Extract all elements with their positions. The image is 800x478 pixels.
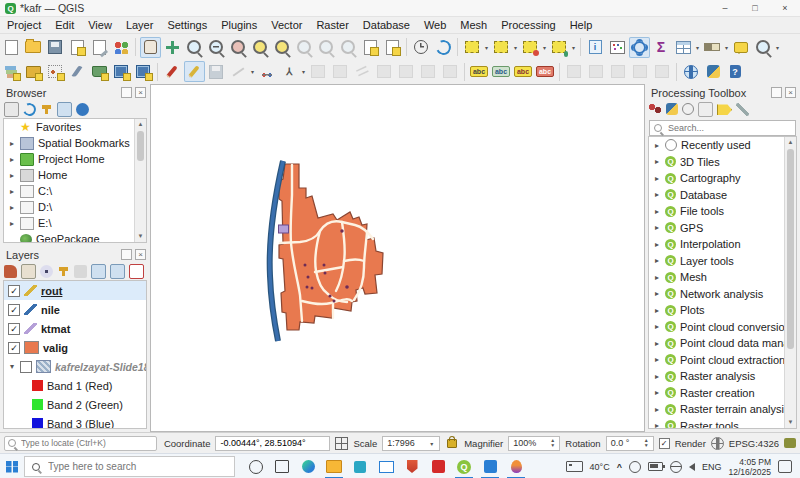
menu-raster[interactable]: Raster (309, 18, 355, 32)
network-globe-icon[interactable] (670, 461, 682, 473)
toolbox-item-database[interactable]: ▸QDatabase (649, 187, 796, 204)
new-print-layout-button[interactable] (67, 37, 88, 58)
browser-item-spatial-bookmarks[interactable]: ▸ Spatial Bookmarks (4, 135, 146, 151)
photos-button[interactable] (477, 454, 503, 478)
band-row-green[interactable]: Band 2 (Green) (4, 395, 146, 414)
zoom-next-button[interactable] (338, 37, 359, 58)
nominatim-locator-button[interactable] (753, 37, 774, 58)
browser-item-favorites[interactable]: ★ Favorites (4, 119, 146, 135)
layer-row-valig[interactable]: ✓ valig (4, 338, 146, 357)
collapse-all-icon[interactable] (57, 102, 72, 117)
toolbox-item-raster-creation[interactable]: ▸QRaster creation (649, 385, 796, 402)
deselect-features-button[interactable] (520, 37, 541, 58)
save-project-button[interactable] (45, 37, 66, 58)
map-themes-eye-icon[interactable] (40, 265, 53, 278)
layer-checkbox[interactable] (20, 361, 32, 373)
scroll-up-icon[interactable]: ▲ (785, 137, 796, 148)
new-3d-map-view-button[interactable] (382, 37, 403, 58)
locator-dropdown[interactable]: ▾ (774, 44, 781, 51)
style-manager-button[interactable] (111, 37, 132, 58)
zoom-in-button[interactable] (184, 37, 205, 58)
language-indicator[interactable]: ENG (702, 462, 722, 472)
magnifier-spinbox[interactable]: 100% ▲▼ (508, 436, 560, 451)
temporal-controller-button[interactable] (411, 37, 432, 58)
select-by-value-button[interactable] (549, 37, 570, 58)
toolbox-item-3d-tiles[interactable]: ▸Q3D Tiles (649, 154, 796, 171)
expand-all-icon[interactable] (91, 264, 106, 279)
browser-item-c-drive[interactable]: ▸ C:\ (4, 183, 146, 199)
edit-in-place-icon[interactable] (717, 102, 732, 117)
store-button[interactable] (347, 454, 373, 478)
tray-expand-chevron[interactable]: ^ (617, 462, 622, 472)
identify-features-button[interactable]: i (585, 37, 606, 58)
highlight-pinned-labels-button[interactable]: abc (535, 61, 556, 82)
locator-input[interactable] (19, 437, 153, 449)
options-wrench-icon[interactable] (736, 103, 749, 116)
temperature-status[interactable]: 40°C (590, 462, 610, 472)
change-label-button[interactable] (608, 61, 629, 82)
toolbox-close-button[interactable]: × (785, 87, 796, 98)
layer-checkbox[interactable]: ✓ (8, 285, 20, 297)
pan-to-selection-button[interactable] (162, 37, 183, 58)
qgis-taskbar-button[interactable]: Q (451, 454, 477, 478)
new-geopackage-button[interactable] (89, 61, 110, 82)
toolbox-search-input[interactable] (666, 122, 791, 134)
close-button[interactable]: × (770, 0, 800, 16)
save-layer-edits-button[interactable] (206, 61, 227, 82)
undo-button[interactable] (418, 61, 439, 82)
collapse-all-layers-icon[interactable] (110, 264, 125, 279)
add-line-feature-button[interactable] (228, 61, 249, 82)
toolbox-item-plots[interactable]: ▸QPlots (649, 302, 796, 319)
zoom-to-selection-button[interactable] (272, 37, 293, 58)
toolbox-item-gps[interactable]: ▸QGPS (649, 220, 796, 237)
browser-scrollbar[interactable]: ▲ ▼ (134, 119, 146, 242)
vertex-editor-button[interactable]: ⅄ (279, 61, 300, 82)
start-button[interactable] (0, 454, 24, 478)
cortana-button[interactable] (243, 454, 269, 478)
toolbox-item-raster-analysis[interactable]: ▸QRaster analysis (649, 368, 796, 385)
add-feature-dropdown[interactable]: ▾ (249, 68, 256, 75)
toggle-editing-button[interactable] (184, 61, 205, 82)
modify-attributes-button[interactable] (308, 61, 329, 82)
zoom-last-button[interactable] (316, 37, 337, 58)
band-row-red[interactable]: Band 1 (Red) (4, 376, 146, 395)
zoom-native-button[interactable] (228, 37, 249, 58)
coordinate-input[interactable] (215, 436, 330, 451)
models-icon[interactable] (649, 103, 662, 116)
map-canvas[interactable] (150, 84, 645, 432)
pan-map-button[interactable] (140, 37, 161, 58)
menu-vector[interactable]: Vector (264, 18, 309, 32)
browser-refresh-icon[interactable] (21, 101, 38, 118)
refresh-map-button[interactable] (433, 37, 454, 58)
menu-mesh[interactable]: Mesh (453, 18, 494, 32)
new-shapefile-button[interactable] (67, 61, 88, 82)
toolbox-item-cartography[interactable]: ▸QCartography (649, 170, 796, 187)
browser-item-home[interactable]: ▸ Home (4, 167, 146, 183)
file-explorer-button[interactable] (321, 454, 347, 478)
add-group-icon[interactable] (21, 264, 36, 279)
select-features-button[interactable] (462, 37, 483, 58)
rotate-label-button[interactable] (586, 61, 607, 82)
measure-button[interactable] (702, 37, 723, 58)
notification-center-icon[interactable] (778, 460, 792, 473)
toolbox-item-mesh[interactable]: ▸QMesh (649, 269, 796, 286)
touch-keyboard-icon[interactable] (566, 461, 583, 472)
toolbox-item-raster-tools[interactable]: ▸QRaster tools (649, 418, 796, 430)
alarm-clock-icon[interactable] (629, 461, 641, 473)
help-button[interactable]: ? (725, 61, 746, 82)
toolbox-item-network-analysis[interactable]: ▸QNetwork analysis (649, 286, 796, 303)
new-virtual-layer-button[interactable] (133, 61, 154, 82)
minimize-button[interactable]: – (710, 0, 740, 16)
new-project-button[interactable] (1, 37, 22, 58)
browser-item-project-home[interactable]: ▸ Project Home (4, 151, 146, 167)
menu-help[interactable]: Help (563, 18, 600, 32)
layer-checkbox[interactable]: ✓ (8, 304, 20, 316)
menu-processing[interactable]: Processing (494, 18, 562, 32)
layers-close-button[interactable]: × (135, 249, 146, 260)
menu-edit[interactable]: Edit (48, 18, 81, 32)
layer-checkbox[interactable]: ✓ (8, 323, 20, 335)
browser-item-e-drive[interactable]: ▸ E:\ (4, 215, 146, 231)
scale-combobox[interactable]: 1:7996 ▾ (382, 436, 440, 451)
spin-down-icon[interactable]: ▼ (550, 443, 555, 448)
browser-item-d-drive[interactable]: ▸ D:\ (4, 199, 146, 215)
